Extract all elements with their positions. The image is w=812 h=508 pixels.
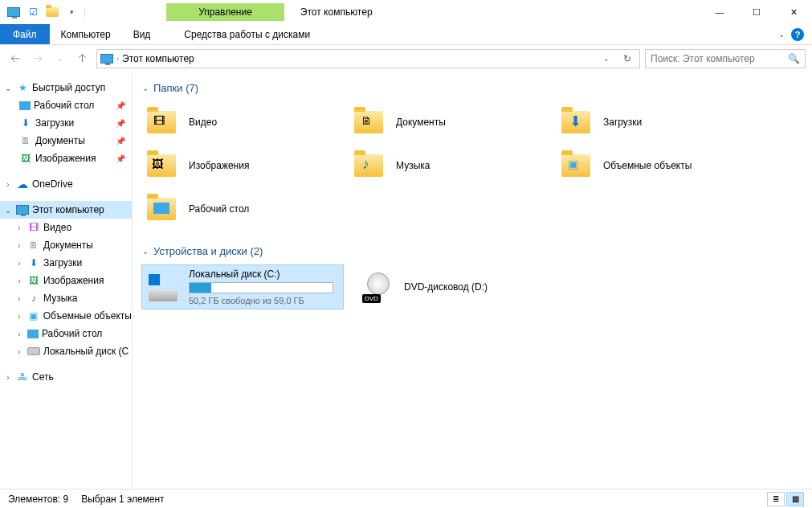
chevron-right-icon[interactable]: › [3,373,13,382]
tree-downloads-pc[interactable]: › ⬇ Загрузки [0,254,132,272]
pin-icon: 📌 [116,137,125,145]
chevron-right-icon[interactable]: › [14,223,24,232]
tree-onedrive[interactable]: › ☁ OneDrive [0,175,132,193]
search-input[interactable] [651,53,788,64]
title-bar: ☑ ▾ | Управление Этот компьютер — ☐ ✕ [0,0,812,24]
tree-quick-access[interactable]: ⌄ ★ Быстрый доступ [0,79,132,96]
qat-properties-icon[interactable]: ☑ [26,5,40,19]
search-box[interactable]: 🔍 [645,49,806,68]
status-selection: Выбран 1 элемент [81,494,164,505]
tree-pictures[interactable]: 🖼 Изображения 📌 [0,150,132,167]
tree-network[interactable]: › 🖧 Сеть [0,368,132,386]
drive-free-text: 50,2 ГБ свободно из 59,0 ГБ [189,296,340,305]
chevron-right-icon[interactable]: › [14,277,24,285]
drive-name: Локальный диск (C:) [189,268,340,280]
maximize-button[interactable]: ☐ [738,0,775,24]
drive-dvd-d[interactable]: DVD DVD-дисковод (D:) [357,265,558,309]
tab-computer[interactable]: Компьютер [50,24,122,44]
documents-icon: 🗎 [19,134,32,147]
refresh-icon[interactable]: ↻ [618,53,636,64]
tree-videos[interactable]: › 🎞 Видео [0,219,132,236]
folder-videos[interactable]: 🎞 Видео [142,102,335,142]
tree-this-pc[interactable]: ⌄ Этот компьютер [0,201,132,219]
network-icon: 🖧 [16,371,29,383]
group-header-devices[interactable]: ⌄ Устройства и диски (2) [142,245,802,257]
nav-recent-dropdown[interactable]: ⌄ [51,50,69,68]
cloud-icon: ☁ [16,178,29,190]
view-details-button[interactable]: ≣ [767,492,785,506]
minimize-button[interactable]: — [701,0,738,24]
tab-file[interactable]: Файл [0,24,50,44]
window-title: Этот компьютер [300,6,373,18]
chevron-right-icon[interactable]: › [3,180,13,189]
tree-documents-pc[interactable]: › 🗎 Документы [0,236,132,254]
chevron-right-icon[interactable]: › [14,259,24,268]
qat-new-folder-icon[interactable] [45,5,59,19]
drive-usage-bar [189,282,333,293]
tree-pictures-pc[interactable]: › 🖼 Изображения [0,272,132,289]
tree-local-disk[interactable]: › Локальный диск (C [0,342,132,360]
folder-documents[interactable]: 🗎 Документы [349,102,542,142]
nav-back-button[interactable]: 🡠 [6,50,24,68]
search-icon[interactable]: 🔍 [788,53,800,64]
documents-icon: 🗎 [27,239,40,252]
pin-icon: 📌 [116,101,125,110]
chevron-down-icon[interactable]: ⌄ [3,84,13,92]
folder-3d-objects[interactable]: ▣ Объемные объекты [557,145,749,186]
pictures-icon: 🖼 [144,148,179,183]
folder-music[interactable]: ♪ Музыка [349,145,542,186]
address-dropdown-icon[interactable]: ⌄ [598,55,615,63]
tree-desktop-pc[interactable]: › Рабочий стол [0,325,132,342]
desktop-icon [19,101,31,110]
folder-downloads[interactable]: ⬇ Загрузки [557,102,749,142]
status-bar: Элементов: 9 Выбран 1 элемент ≣ ▦ [0,489,812,508]
group-title: Устройства и диски (2) [153,245,263,257]
chevron-right-icon[interactable]: › [14,294,24,303]
devices-grid: Локальный диск (C:) 50,2 ГБ свободно из … [142,265,802,309]
drive-usage-fill [190,283,211,293]
dvd-icon: DVD [361,269,396,305]
tree-desktop[interactable]: Рабочий стол 📌 [0,96,132,114]
documents-icon: 🗎 [351,104,386,140]
chevron-down-icon[interactable]: ⌄ [142,84,149,92]
chevron-right-icon[interactable]: › [14,241,24,250]
desktop-icon [144,191,179,227]
tab-view[interactable]: Вид [122,24,162,44]
ribbon-collapse-icon[interactable]: ⌄ [778,30,785,39]
tree-music[interactable]: › ♪ Музыка [0,289,132,307]
tree-downloads[interactable]: ⬇ Загрузки 📌 [0,114,132,132]
help-icon[interactable]: ? [791,28,804,41]
close-button[interactable]: ✕ [775,0,812,24]
music-icon: ♪ [351,148,386,183]
group-header-folders[interactable]: ⌄ Папки (7) [142,82,802,94]
breadcrumb-chevron-icon[interactable]: › [116,55,119,63]
drive-local-c[interactable]: Локальный диск (C:) 50,2 ГБ свободно из … [142,265,343,309]
folders-grid: 🎞 Видео 🗎 Документы ⬇ Загрузки 🖼 Изображ… [142,102,802,229]
nav-up-button[interactable]: 🡡 [74,50,92,68]
computer-icon [16,203,29,216]
view-tiles-button[interactable]: ▦ [786,492,804,506]
address-row: 🡠 🡢 ⌄ 🡡 › Этот компьютер ⌄ ↻ 🔍 [0,45,812,72]
nav-forward-button[interactable]: 🡢 [29,50,47,68]
disk-icon [145,269,181,305]
quick-access-toolbar: ☑ ▾ | [0,5,86,19]
star-icon: ★ [16,81,29,94]
app-icon[interactable] [6,5,21,19]
chevron-right-icon[interactable]: › [14,347,24,356]
chevron-right-icon[interactable]: › [14,330,24,338]
folder-pictures[interactable]: 🖼 Изображения [142,145,335,186]
tree-3d-objects[interactable]: › ▣ Объемные объекты [0,307,132,325]
chevron-down-icon[interactable]: ⌄ [3,206,13,215]
videos-icon: 🎞 [27,221,40,234]
address-text[interactable]: Этот компьютер [122,53,594,64]
qat-dropdown-icon[interactable]: ▾ [64,5,79,19]
folder-desktop[interactable]: Рабочий стол [142,189,335,229]
downloads-icon: ⬇ [27,256,40,269]
address-bar[interactable]: › Этот компьютер ⌄ ↻ [96,49,640,68]
contextual-tab-management[interactable]: Управление [166,3,284,21]
chevron-right-icon[interactable]: › [14,312,24,321]
tab-disk-tools[interactable]: Средства работы с дисками [173,24,321,44]
downloads-icon: ⬇ [558,104,594,140]
chevron-down-icon[interactable]: ⌄ [142,247,149,256]
tree-documents[interactable]: 🗎 Документы 📌 [0,132,132,150]
